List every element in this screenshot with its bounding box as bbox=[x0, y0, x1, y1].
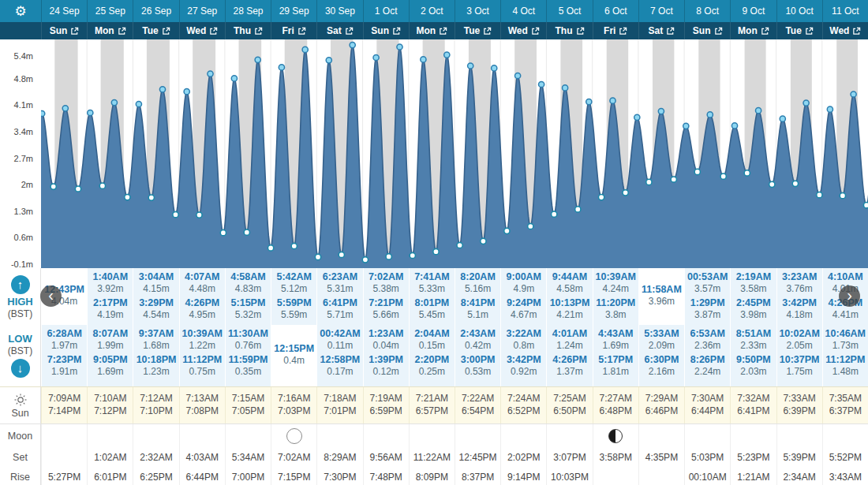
tide-height: 4.54m bbox=[133, 309, 178, 320]
tide-height: 1.97m bbox=[42, 340, 87, 351]
tide-time: 3:42PM bbox=[777, 297, 822, 309]
next-days-button[interactable]: › bbox=[839, 285, 860, 307]
tide-time: 10:39AM bbox=[180, 328, 225, 340]
day-name: Tue bbox=[785, 25, 801, 36]
expand-day-icon[interactable] bbox=[714, 27, 723, 35]
date-header-cell: 29 Sep bbox=[271, 0, 316, 22]
low-tide-cell: 6:28AM1.97m7:23PM1.91m bbox=[41, 325, 87, 386]
moonset-time: 5:23PM bbox=[730, 447, 776, 467]
moon-phase-cell bbox=[822, 424, 868, 447]
sunrise-time: 7:35AM bbox=[823, 392, 868, 405]
day-header-cell: Fri bbox=[271, 22, 316, 39]
moon-phase-cell bbox=[271, 424, 316, 447]
moonset-time: 3:07PM bbox=[546, 447, 592, 467]
tide-time: 8:20AM bbox=[455, 271, 500, 283]
sunset-time: 6:50PM bbox=[547, 405, 592, 417]
expand-day-icon[interactable] bbox=[852, 27, 861, 35]
day-name: Fri bbox=[604, 25, 615, 36]
sun-label: Sun bbox=[11, 408, 28, 419]
moon-phase-cell bbox=[684, 424, 730, 447]
arrow-up-icon: ↑ bbox=[11, 275, 30, 294]
sunset-time: 7:14PM bbox=[42, 405, 87, 417]
tide-time: 8:51AM bbox=[731, 328, 776, 340]
date-header-cell: 30 Sep bbox=[316, 0, 362, 22]
tide-height: 1.37m bbox=[547, 366, 592, 377]
tide-time: 2:17PM bbox=[88, 297, 133, 309]
day-name: Sat bbox=[327, 25, 342, 36]
tide-height: 3.57m bbox=[685, 283, 730, 294]
tide-height: 0.42m bbox=[455, 340, 500, 351]
sunset-time: 6:41PM bbox=[731, 405, 776, 417]
high-tide-cell: 1:40AM3.92m2:17PM4.19m bbox=[87, 268, 133, 325]
low-tide-cell: 5:33AM2.09m6:30PM2.16m bbox=[638, 325, 684, 386]
expand-day-icon[interactable] bbox=[576, 27, 585, 35]
last-quarter-moon-icon bbox=[608, 429, 623, 443]
expand-day-icon[interactable] bbox=[297, 27, 306, 35]
tide-time: 6:28AM bbox=[42, 328, 87, 340]
expand-day-icon[interactable] bbox=[666, 27, 675, 35]
day-name: Wed bbox=[829, 25, 849, 36]
high-tide-cell: 3:23AM3.76m3:42PM4.18m bbox=[776, 268, 822, 325]
moonrise-time: 9:14PM bbox=[500, 467, 546, 485]
expand-day-icon[interactable] bbox=[162, 27, 170, 35]
moonrise-time: 6:01PM bbox=[87, 467, 133, 485]
tide-height: 3.58m bbox=[731, 283, 776, 294]
sunrise-time: 7:13AM bbox=[180, 392, 225, 405]
moonrise-time: 7:00PM bbox=[225, 467, 271, 485]
moon-phase-cell bbox=[225, 424, 271, 447]
prev-days-button[interactable]: ‹ bbox=[40, 285, 62, 307]
expand-day-icon[interactable] bbox=[392, 27, 401, 35]
arrow-down-icon: ↓ bbox=[11, 359, 30, 378]
sunrise-time: 7:15AM bbox=[226, 392, 271, 405]
low-tide-cell: 8:07AM1.99m9:05PM1.69m bbox=[87, 325, 133, 386]
day-name: Fri bbox=[282, 25, 294, 36]
day-header-cell: Wed bbox=[179, 22, 225, 39]
tide-time: 11:58AM bbox=[639, 284, 684, 296]
expand-day-icon[interactable] bbox=[118, 27, 126, 35]
expand-day-icon[interactable] bbox=[70, 27, 79, 35]
moonrise-time: 7:15PM bbox=[271, 467, 316, 485]
tide-time: 9:44AM bbox=[547, 271, 592, 283]
tide-height: 1.22m bbox=[180, 340, 225, 351]
expand-day-icon[interactable] bbox=[531, 27, 540, 35]
expand-day-icon[interactable] bbox=[619, 27, 627, 35]
low-tide-cell: 12:15PM0.4m bbox=[271, 325, 316, 386]
date-header-cell: 8 Oct bbox=[684, 0, 730, 22]
tide-height: 0.17m bbox=[317, 366, 362, 377]
moonrise-time: 2:34AM bbox=[776, 467, 822, 485]
tide-time: 10:18PM bbox=[133, 354, 178, 366]
sunrise-time: 7:19AM bbox=[364, 392, 409, 405]
sunset-time: 6:48PM bbox=[593, 405, 638, 417]
tide-height: 5.38m bbox=[364, 283, 409, 294]
sunrise-time: 7:25AM bbox=[547, 392, 592, 405]
low-tide-cell: 4:01AM1.24m4:26PM1.37m bbox=[546, 325, 592, 386]
expand-day-icon[interactable] bbox=[483, 27, 492, 35]
tide-time: 12:58PM bbox=[317, 354, 362, 366]
moonrise-time: 10:03PM bbox=[546, 467, 592, 485]
moonset-time: 11:22AM bbox=[409, 447, 455, 467]
high-tide-cell: 9:44AM4.58m10:13PM4.21m bbox=[546, 268, 592, 325]
settings-button[interactable]: ⚙ bbox=[0, 0, 41, 22]
expand-day-icon[interactable] bbox=[345, 27, 354, 35]
day-header-row: Sun Mon Tue Wed Thu Fri Sat Sun Mon Tue bbox=[0, 22, 868, 39]
tide-height: 1.73m bbox=[823, 340, 868, 351]
tide-height: 0.15m bbox=[410, 340, 455, 351]
day-header-cell: Thu bbox=[546, 22, 592, 39]
tide-height: 1.68m bbox=[133, 340, 178, 351]
tide-height: 1.69m bbox=[593, 340, 638, 351]
tide-time: 00:53AM bbox=[685, 271, 730, 283]
sunrise-time: 7:24AM bbox=[501, 392, 546, 405]
y-axis-label: 1.3m bbox=[0, 207, 33, 216]
expand-day-icon[interactable] bbox=[805, 27, 814, 35]
day-name: Tue bbox=[142, 25, 158, 36]
expand-day-icon[interactable] bbox=[209, 27, 218, 35]
tide-time: 7:21PM bbox=[364, 297, 409, 309]
moon-phase-cell bbox=[730, 424, 776, 447]
expand-day-icon[interactable] bbox=[254, 27, 263, 35]
expand-day-icon[interactable] bbox=[439, 27, 447, 35]
low-tide-cell: 1:23AM0.04m1:39PM0.12m bbox=[363, 325, 409, 386]
tide-time: 4:26PM bbox=[547, 354, 592, 366]
day-header-cell: Wed bbox=[822, 22, 868, 39]
expand-day-icon[interactable] bbox=[761, 27, 769, 35]
date-header-cell: 28 Sep bbox=[225, 0, 271, 22]
